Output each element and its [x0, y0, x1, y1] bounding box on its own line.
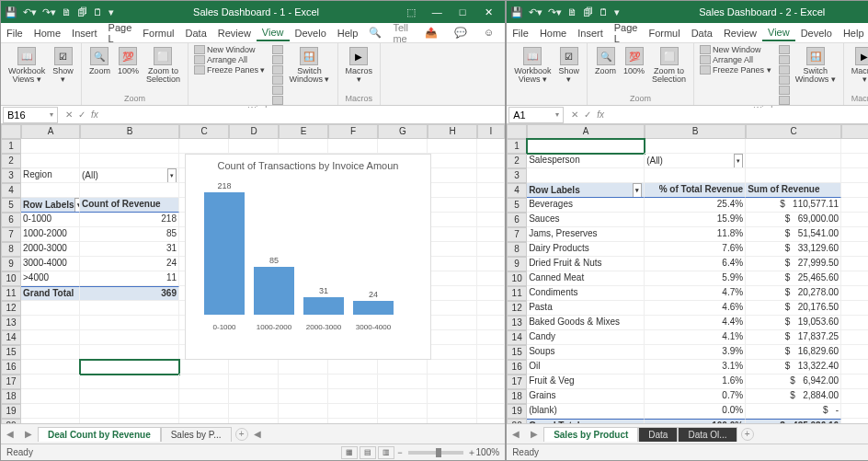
cell[interactable]	[80, 316, 179, 330]
qat-more[interactable]: ▾	[108, 6, 114, 18]
row-header[interactable]: 16	[1, 360, 21, 375]
name-box[interactable]: B16▾	[3, 107, 58, 123]
cell[interactable]: Row Labels▾	[527, 183, 645, 198]
ribbon-small-button[interactable]	[779, 86, 790, 95]
ribbon-workbook-button[interactable]: 📖WorkbookViews ▾	[512, 45, 553, 86]
cell[interactable]	[841, 286, 868, 301]
cell[interactable]: (All)▾	[80, 168, 179, 183]
cell[interactable]	[21, 330, 80, 345]
cell[interactable]	[328, 375, 378, 389]
sheet-tab[interactable]: Data Ol...	[678, 427, 737, 442]
cell[interactable]	[21, 316, 80, 330]
cell[interactable]	[477, 139, 505, 154]
cell[interactable]: $ 110,577.11	[746, 198, 841, 213]
cell[interactable]: 218	[80, 213, 179, 227]
sheet-tab[interactable]: Sales by Product	[543, 427, 638, 442]
cell[interactable]: 3.1%	[645, 360, 746, 375]
cell[interactable]: 369	[80, 286, 179, 301]
row-header[interactable]: 18	[507, 389, 527, 404]
cell[interactable]	[229, 375, 279, 389]
row-header[interactable]: 10	[1, 271, 21, 286]
cell[interactable]	[80, 419, 179, 423]
chart-bar[interactable]	[303, 297, 344, 315]
cell[interactable]	[746, 154, 841, 168]
cell[interactable]	[279, 360, 328, 375]
cell[interactable]	[841, 154, 868, 168]
cell[interactable]	[21, 154, 80, 168]
row-header[interactable]: 1	[507, 139, 527, 154]
column-header[interactable]	[507, 124, 527, 139]
ribbon-small-button[interactable]	[272, 45, 283, 54]
row-header[interactable]: 15	[1, 345, 21, 360]
column-header[interactable]: I	[477, 124, 505, 139]
row-header[interactable]: 13	[507, 316, 527, 330]
ribbon-small-button[interactable]	[272, 65, 283, 75]
cell[interactable]: $ 25,465.60	[746, 271, 841, 286]
cell[interactable]: 24	[80, 257, 179, 271]
menu-developer[interactable]: Develo	[795, 26, 838, 40]
ribbon-new-button[interactable]: New Window	[700, 45, 771, 54]
column-header[interactable]: D	[841, 124, 868, 139]
cell[interactable]	[841, 242, 868, 257]
cell[interactable]	[477, 286, 505, 301]
qat-icon[interactable]: 🗎	[567, 6, 577, 17]
cell[interactable]	[477, 271, 505, 286]
cell[interactable]	[328, 360, 378, 375]
cell[interactable]: 11.8%	[645, 227, 746, 242]
chart-bar[interactable]	[353, 301, 394, 315]
cell[interactable]: 15.9%	[645, 213, 746, 227]
cell[interactable]	[80, 154, 179, 168]
sheet-tab[interactable]: Data	[638, 427, 678, 442]
cell[interactable]: 4.7%	[645, 286, 746, 301]
cell[interactable]	[841, 168, 868, 183]
tab-nav-next[interactable]: ▶	[19, 429, 38, 439]
zoom-in-button[interactable]: ＋	[467, 446, 476, 459]
menu-data[interactable]: Data	[686, 26, 718, 40]
cell[interactable]	[477, 419, 505, 423]
column-header[interactable]: A	[21, 124, 80, 139]
cell[interactable]: 25.4%	[645, 198, 746, 213]
cell[interactable]	[179, 389, 229, 404]
cell[interactable]	[21, 389, 80, 404]
cell[interactable]: Salesperson	[527, 154, 645, 168]
cell[interactable]	[477, 316, 505, 330]
menu-review[interactable]: Review	[212, 26, 257, 40]
cell[interactable]	[841, 271, 868, 286]
row-header[interactable]: 6	[507, 213, 527, 227]
menu-file[interactable]: File	[1, 26, 29, 40]
cell[interactable]	[477, 257, 505, 271]
row-header[interactable]: 5	[507, 198, 527, 213]
cell[interactable]	[279, 404, 328, 419]
cell[interactable]: 0-1000	[21, 213, 80, 227]
row-header[interactable]: 19	[1, 404, 21, 419]
cell[interactable]	[428, 345, 477, 360]
ribbon-zoom-button[interactable]: 🔍Zoom	[593, 45, 618, 77]
ribbon-100%-button[interactable]: 💯100%	[116, 45, 141, 77]
row-header[interactable]: 2	[1, 154, 21, 168]
zoom-level[interactable]: 100%	[476, 447, 500, 457]
cell[interactable]	[279, 139, 328, 154]
redo-icon[interactable]: ↷▾	[548, 6, 562, 18]
cell[interactable]	[428, 168, 477, 183]
cell[interactable]: Dried Fruit & Nuts	[527, 257, 645, 271]
row-header[interactable]: 15	[507, 345, 527, 360]
row-header[interactable]: 4	[507, 183, 527, 198]
cell[interactable]: 7.6%	[645, 242, 746, 257]
cell[interactable]	[841, 419, 868, 423]
menu-formulas[interactable]: Formul	[137, 26, 179, 40]
cell[interactable]: Grains	[527, 389, 645, 404]
view-page-button[interactable]: ▤	[360, 446, 376, 459]
cancel-icon[interactable]: ✕	[571, 109, 578, 120]
row-header[interactable]: 3	[1, 168, 21, 183]
cell[interactable]	[378, 360, 428, 375]
cell[interactable]: $ 20,176.50	[746, 301, 841, 316]
cell[interactable]	[527, 139, 645, 154]
ribbon-arrange-button[interactable]: Arrange All	[194, 55, 266, 64]
search-icon[interactable]: 🔍	[363, 25, 387, 40]
fx-icon[interactable]: fx	[91, 109, 98, 120]
cell[interactable]: Count of Revenue	[80, 198, 179, 213]
enter-icon[interactable]: ✓	[584, 109, 591, 120]
cell[interactable]	[746, 139, 841, 154]
cell[interactable]: Condiments	[527, 286, 645, 301]
cell[interactable]	[229, 419, 279, 423]
